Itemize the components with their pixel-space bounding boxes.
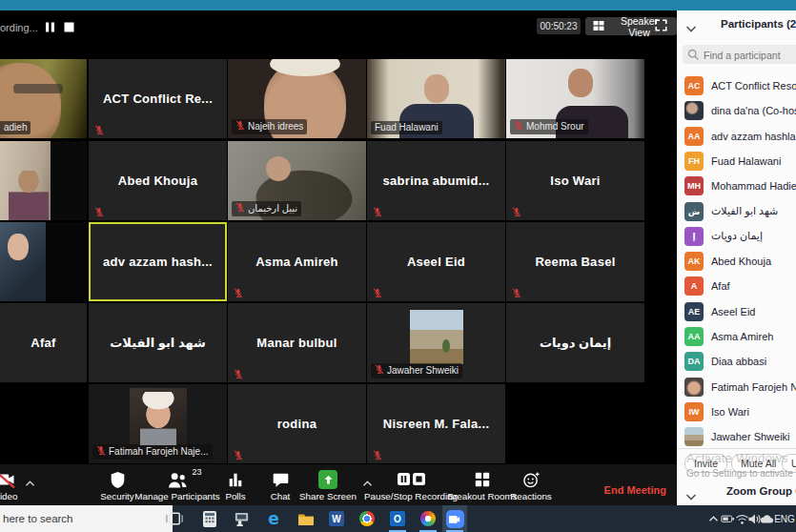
- participant-row[interactable]: AAfaf: [677, 274, 796, 298]
- participant-row[interactable]: AKAbed Khouja: [677, 249, 796, 274]
- fullscreen-icon[interactable]: [654, 18, 668, 32]
- color-app-icon[interactable]: [416, 505, 440, 532]
- outlook-icon[interactable]: O: [385, 505, 410, 532]
- muted-mic-icon: [373, 285, 383, 297]
- language-indicator[interactable]: ENG: [772, 505, 796, 532]
- remote-desktop-icon[interactable]: [229, 505, 254, 532]
- participant-name-label: Fuad Halawani: [375, 122, 439, 133]
- taskbar-search-input[interactable]: [0, 505, 173, 532]
- participant-name: Mohammad Hadieh: [711, 180, 796, 192]
- mute-all-button[interactable]: Mute All: [731, 454, 786, 473]
- video-tile[interactable]: Jawaher Shweiki: [367, 303, 505, 382]
- end-meeting-button[interactable]: End Meeting: [599, 483, 672, 497]
- name-tile[interactable]: ACT Conflict Re...: [89, 59, 227, 138]
- participant-row[interactable]: AAAsma Amireh: [677, 324, 796, 349]
- name-tile[interactable]: شهد ابو الفيلات: [89, 303, 227, 382]
- name-tile[interactable]: Afaf: [0, 303, 87, 382]
- toolbar-share-button[interactable]: Share Screen: [295, 464, 361, 505]
- participant-row[interactable]: DADiaa abbasi: [677, 349, 796, 374]
- word-icon[interactable]: W: [324, 505, 349, 532]
- invite-button[interactable]: Invite: [684, 454, 727, 473]
- video-tile[interactable]: adieh: [0, 59, 87, 138]
- task-view-icon[interactable]: [162, 505, 187, 532]
- participant-name: شهد ابو الفيلات: [711, 205, 778, 217]
- muted-mic-icon: [373, 204, 383, 215]
- background-window-titlebar: [0, 0, 796, 10]
- participant-name-label: sabrina abumid...: [367, 141, 505, 220]
- name-tile[interactable]: Aseel Eid: [367, 222, 505, 301]
- participants-panel: Participants (23) ACACT Conflict Resol..…: [677, 10, 796, 505]
- recording-status-label: ording...: [0, 22, 38, 33]
- stop-recording-icon[interactable]: [63, 20, 75, 32]
- participant-avatar: AA: [684, 327, 704, 346]
- chevron-down-icon[interactable]: [685, 488, 697, 497]
- toolbar-participants-label: Manage Participants: [134, 491, 219, 501]
- participant-name-label: Iso Wari: [506, 141, 644, 220]
- search-icon: [687, 49, 700, 61]
- participant-name: ACT Conflict Resol... (Host: [711, 80, 796, 92]
- chevron-down-icon[interactable]: [685, 20, 697, 29]
- zoom-group-chat-header: Zoom Group Chat: [726, 485, 796, 497]
- toolbar-reactions-button[interactable]: Reactions: [504, 464, 558, 505]
- calculator-icon[interactable]: [197, 505, 222, 532]
- participant-row[interactable]: dina da'na (Co-host): [677, 98, 796, 123]
- video-tile[interactable]: [0, 222, 87, 301]
- participant-row[interactable]: Fatimah Farojeh Najeeb: [677, 375, 796, 399]
- participant-name-label: adv azzam hash...: [91, 224, 225, 299]
- participant-name-label: Aseel Eid: [367, 222, 505, 301]
- video-options-chevron-up-icon[interactable]: [25, 474, 35, 481]
- pause-recording-icon[interactable]: [44, 20, 56, 32]
- name-tile[interactable]: Abed Khouja: [89, 141, 227, 220]
- participant-search-input[interactable]: [702, 45, 796, 66]
- name-tile[interactable]: sabrina abumid...: [367, 141, 505, 220]
- participant-row[interactable]: IWIso Wari: [677, 399, 796, 424]
- file-explorer-icon[interactable]: [294, 505, 318, 532]
- video-name-chip: Fuad Halawani: [371, 121, 442, 134]
- name-tile[interactable]: Asma Amireh: [228, 222, 366, 301]
- video-tile[interactable]: نبيل ارخيمان: [228, 141, 366, 220]
- name-tile[interactable]: Reema Basel: [506, 222, 644, 301]
- name-tile[interactable]: Manar bulbul: [228, 303, 366, 382]
- toolbar-video-label: Video: [0, 491, 17, 501]
- name-tile[interactable]: Iso Wari: [506, 141, 644, 220]
- participant-row[interactable]: ششهد ابو الفيلات: [677, 199, 796, 224]
- name-tile[interactable]: Nisreen M. Fala...: [367, 384, 505, 463]
- share-options-chevron-up-icon[interactable]: [362, 474, 373, 481]
- video-tile[interactable]: Najeih idrees: [228, 59, 366, 138]
- name-tile[interactable]: adv azzam hash...: [89, 222, 227, 301]
- video-name-chip: Jawaher Shweiki: [371, 363, 462, 379]
- battery-icon[interactable]: [721, 505, 735, 532]
- participant-avatar: AK: [684, 252, 704, 271]
- video-tile[interactable]: [0, 141, 87, 220]
- chevron-up-icon[interactable]: [706, 505, 721, 532]
- video-tile[interactable]: Fuad Halawani: [367, 59, 505, 138]
- participant-row[interactable]: ACACT Conflict Resol... (Host: [677, 73, 796, 98]
- participant-search-box[interactable]: [683, 45, 796, 64]
- chat-icon: [272, 469, 290, 490]
- participant-name-label: Mohmd Srour: [526, 121, 584, 132]
- muted-mic-icon: [512, 285, 522, 297]
- participant-name: dina da'na (Co-host): [711, 105, 796, 116]
- participant-row[interactable]: AAadv azzam hashlamoun: [677, 124, 796, 149]
- name-tile[interactable]: إيمان دويات: [506, 303, 644, 382]
- participant-avatar: DA: [684, 352, 704, 371]
- video-tile[interactable]: Fatimah Farojeh Naje...: [89, 384, 227, 463]
- participant-row[interactable]: AEAseel Eid: [677, 299, 796, 324]
- chrome-icon[interactable]: [355, 505, 379, 532]
- participant-name-label: Reema Basel: [506, 222, 644, 301]
- unmute-all-button[interactable]: Unmute All: [782, 454, 796, 473]
- polls-icon: [227, 469, 244, 490]
- record-icon: [397, 469, 426, 490]
- edge-icon[interactable]: e: [261, 505, 286, 532]
- participant-row[interactable]: FHFuad Halawani: [677, 149, 796, 174]
- participant-name-label: ACT Conflict Re...: [89, 59, 227, 138]
- participant-row[interactable]: Jawaher Shweiki: [677, 424, 796, 449]
- name-tile[interactable]: rodina: [228, 384, 366, 463]
- video-tile[interactable]: Mohmd Srour: [506, 59, 644, 138]
- video-name-chip: adieh: [0, 121, 31, 134]
- toolbar-polls-button[interactable]: Polls: [214, 464, 256, 505]
- participant-row[interactable]: MHMohammad Hadieh: [677, 174, 796, 198]
- participant-row[interactable]: إإيمان دويات: [677, 224, 796, 249]
- zoom-app-icon[interactable]: [442, 505, 467, 532]
- shield-icon: [110, 469, 126, 490]
